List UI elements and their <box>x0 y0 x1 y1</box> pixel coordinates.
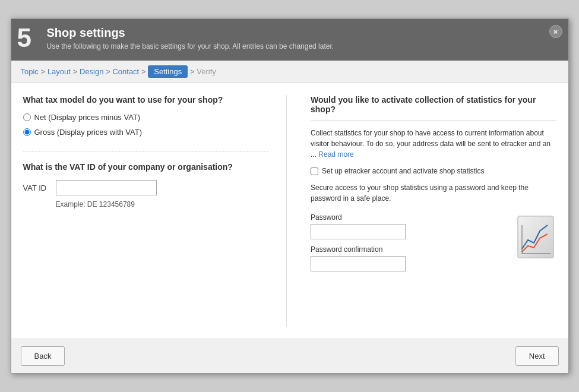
vat-label: VAT ID <box>23 184 50 192</box>
right-divider <box>311 120 556 121</box>
tax-radio-gross[interactable] <box>23 128 31 136</box>
password-row: Password <box>311 213 509 239</box>
modal-subtitle: Use the following to make the basic sett… <box>47 42 559 50</box>
password-confirm-input[interactable] <box>311 256 406 271</box>
next-button[interactable]: Next <box>515 346 559 366</box>
sep-3: > <box>106 68 110 76</box>
sep-1: > <box>41 68 45 76</box>
shop-settings-modal: 5 Shop settings Use the following to mak… <box>11 18 569 374</box>
breadcrumb-contact[interactable]: Contact <box>112 67 139 76</box>
divider-1 <box>23 151 269 151</box>
step-number: 5 <box>17 25 31 51</box>
modal-body: What tax model do you want to use for yo… <box>11 83 568 339</box>
right-panel: Would you like to activate collection of… <box>305 95 556 327</box>
sep-2: > <box>73 68 77 76</box>
password-confirm-label: Password confirmation <box>311 245 509 254</box>
svg-rect-1 <box>518 216 553 258</box>
breadcrumb: Topic > Layout > Design > Contact > Sett… <box>11 61 568 83</box>
password-label: Password <box>311 213 509 222</box>
password-confirm-row: Password confirmation <box>311 245 509 271</box>
tax-section-title: What tax model do you want to use for yo… <box>23 95 269 105</box>
modal-title: Shop settings <box>47 26 559 40</box>
tax-radio-net[interactable] <box>23 113 31 121</box>
tax-radio-group: Net (Display prices minus VAT) Gross (Di… <box>23 113 269 137</box>
vat-input[interactable] <box>56 180 157 195</box>
etracker-checkbox[interactable] <box>311 167 318 175</box>
tax-option-net[interactable]: Net (Display prices minus VAT) <box>23 113 269 122</box>
chart-icon <box>515 213 556 258</box>
read-more-link[interactable]: Read more <box>318 150 353 159</box>
password-fields: Password Password confirmation <box>311 213 509 277</box>
sep-5: > <box>190 68 194 76</box>
password-input[interactable] <box>311 224 406 239</box>
tax-gross-label: Gross (Display prices with VAT) <box>34 128 143 137</box>
tax-net-label: Net (Display prices minus VAT) <box>34 113 141 122</box>
etracker-checkbox-row: Set up etracker account and activate sho… <box>311 167 556 175</box>
close-button[interactable]: × <box>549 25 562 38</box>
modal-header: 5 Shop settings Use the following to mak… <box>11 19 568 61</box>
vat-section-title: What is the VAT ID of your company or or… <box>23 162 269 172</box>
breadcrumb-layout[interactable]: Layout <box>48 67 71 76</box>
breadcrumb-verify: Verify <box>197 67 216 76</box>
secure-text: Secure access to your shop statistics us… <box>311 182 556 204</box>
tax-option-gross[interactable]: Gross (Display prices with VAT) <box>23 128 269 137</box>
vat-field-row: VAT ID <box>23 180 269 195</box>
back-button[interactable]: Back <box>21 346 65 366</box>
vat-example: Example: DE 123456789 <box>56 200 269 208</box>
sep-4: > <box>141 68 145 76</box>
left-panel: What tax model do you want to use for yo… <box>23 95 287 327</box>
breadcrumb-settings: Settings <box>148 65 188 78</box>
password-section: Password Password confirmation <box>311 213 556 277</box>
stats-title: Would you like to activate collection of… <box>311 95 556 114</box>
etracker-label[interactable]: Set up etracker account and activate sho… <box>322 167 484 175</box>
breadcrumb-design[interactable]: Design <box>80 67 103 76</box>
breadcrumb-topic[interactable]: Topic <box>21 67 39 76</box>
modal-footer: Back Next <box>11 339 568 373</box>
stats-description: Collect statistics for your shop to have… <box>311 128 556 160</box>
